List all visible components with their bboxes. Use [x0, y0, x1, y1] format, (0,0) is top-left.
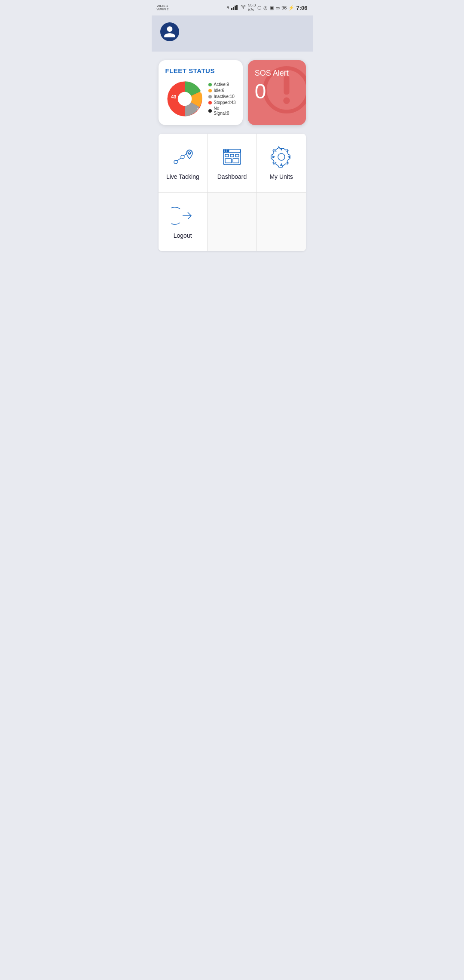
main-content: FLEET STATUS — [152, 52, 313, 260]
svg-line-14 — [177, 158, 181, 161]
legend-label-inactive: Inactive:10 — [214, 94, 235, 99]
pie-stopped-label: 43 — [171, 94, 176, 99]
legend-stopped: Stopped:43 — [208, 100, 236, 105]
signal-bars-icon — [231, 5, 238, 11]
live-tracking-label: Live Tacking — [166, 173, 199, 180]
battery-percent: 96 — [281, 5, 287, 10]
battery-icon: ▭ — [275, 5, 280, 11]
logout-label: Logout — [174, 232, 192, 239]
avatar[interactable] — [160, 22, 179, 41]
svg-point-4 — [243, 9, 243, 9]
legend-label-active: Active:9 — [214, 82, 229, 87]
svg-point-18 — [225, 150, 226, 152]
svg-point-9 — [283, 97, 290, 104]
fleet-status-title: FLEET STATUS — [165, 67, 236, 74]
svg-rect-0 — [231, 8, 232, 10]
svg-rect-2 — [235, 6, 236, 10]
svg-rect-3 — [236, 5, 238, 10]
menu-grid: Live Tacking — [159, 134, 306, 251]
charging-icon: ⚡ — [288, 5, 294, 11]
svg-rect-21 — [230, 154, 234, 157]
legend-label-nosignal: No Signal:0 — [214, 106, 236, 116]
cards-row: FLEET STATUS — [159, 60, 306, 125]
svg-rect-1 — [233, 7, 234, 10]
legend-dot-idle — [208, 89, 212, 92]
legend-dot-active — [208, 83, 212, 86]
legend-inactive: Inactive:10 — [208, 94, 236, 99]
legend-label-idle: Idle:6 — [214, 88, 224, 93]
volte-label: VoLTE 1 — [157, 4, 169, 8]
sos-count: 0 — [255, 81, 266, 102]
dashboard-icon — [221, 146, 243, 168]
legend-dot-inactive — [208, 95, 212, 98]
wifi-icon — [240, 5, 247, 11]
sos-title: SOS Alert — [255, 69, 289, 78]
pie-idle-label: 6 — [168, 106, 170, 110]
svg-point-10 — [174, 160, 177, 164]
menu-item-empty-2 — [257, 193, 306, 251]
signal-r-icon: R — [226, 6, 229, 10]
svg-point-25 — [278, 153, 285, 160]
legend-dot-stopped — [208, 101, 212, 104]
svg-rect-22 — [235, 154, 239, 157]
legend-active: Active:9 — [208, 82, 236, 87]
pie-active-label: 9 — [200, 90, 202, 94]
menu-item-live-tracking[interactable]: Live Tacking — [159, 134, 208, 192]
pie-inactive-label: 10 — [197, 107, 201, 111]
fleet-legend: Active:9 Idle:6 Inactive:10 Stopped:43 — [208, 82, 236, 116]
speed-label: 55.3K/s — [248, 3, 256, 12]
svg-point-11 — [181, 155, 184, 159]
svg-rect-23 — [225, 159, 232, 163]
menu-row-bottom: Logout — [159, 193, 306, 251]
menu-row-top: Live Tacking — [159, 134, 306, 193]
svg-point-6 — [177, 92, 191, 106]
vibrate-icon: ▣ — [269, 5, 274, 11]
status-bar: VoLTE 1 VoWiFi 2 R 55.3K/s ⬡ ◎ ▣ ▭ — [152, 0, 313, 15]
time-label: 7:06 — [296, 5, 307, 11]
svg-rect-24 — [233, 159, 239, 163]
location-icon: ◎ — [263, 5, 268, 11]
svg-rect-8 — [284, 76, 289, 95]
chart-area: 43 9 6 10 Active:9 Idle:6 — [165, 80, 236, 118]
header-area — [152, 15, 313, 52]
menu-item-dashboard[interactable]: Dashboard — [208, 134, 257, 192]
vowifi-label: VoWiFi 2 — [157, 8, 169, 11]
menu-item-empty-1 — [208, 193, 257, 251]
dashboard-label: Dashboard — [217, 173, 247, 180]
sos-alert-card[interactable]: SOS Alert 0 — [248, 60, 306, 125]
avatar-icon — [163, 25, 177, 39]
logout-icon — [171, 205, 194, 227]
legend-dot-nosignal — [208, 109, 212, 113]
gear-icon — [270, 146, 293, 168]
menu-item-logout[interactable]: Logout — [159, 193, 208, 251]
pie-chart: 43 9 6 10 — [165, 80, 204, 118]
svg-point-19 — [227, 150, 229, 152]
fleet-status-card: FLEET STATUS — [159, 60, 243, 125]
svg-rect-20 — [225, 154, 229, 157]
legend-nosignal: No Signal:0 — [208, 106, 236, 116]
legend-idle: Idle:6 — [208, 88, 236, 93]
status-right: R 55.3K/s ⬡ ◎ ▣ ▭ 96 ⚡ 7:06 — [226, 3, 307, 12]
my-units-label: My Units — [269, 173, 293, 180]
location-path-icon — [171, 146, 194, 168]
status-left: VoLTE 1 VoWiFi 2 — [157, 4, 169, 12]
bluetooth-icon: ⬡ — [257, 5, 262, 11]
legend-label-stopped: Stopped:43 — [214, 100, 236, 105]
menu-item-my-units[interactable]: My Units — [257, 134, 306, 192]
